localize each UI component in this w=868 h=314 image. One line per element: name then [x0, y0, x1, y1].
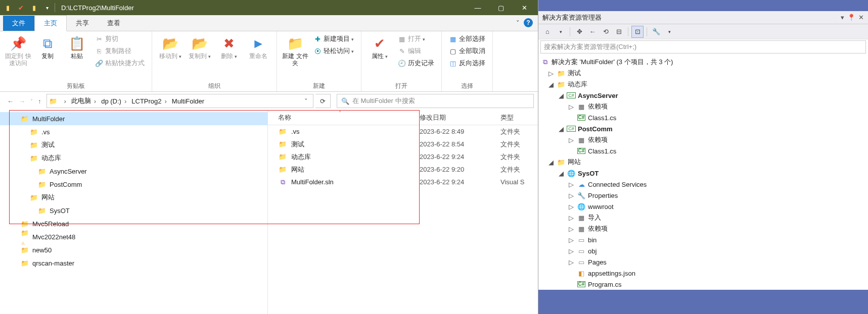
- crumb-arrow[interactable]: [60, 96, 68, 106]
- file-row[interactable]: 📁网站2023-6-22 9:20文件夹: [268, 163, 538, 176]
- pin-quickaccess-button[interactable]: 📌固定到 快速访问: [5, 33, 31, 67]
- vs-solution-root[interactable]: ⧉ 解决方案 'MultiFolder' (3 个项目，共 3 个): [538, 57, 868, 68]
- select-all-button[interactable]: ▦全部选择: [447, 33, 487, 44]
- vs-tree-node[interactable]: ◢C#PostComm: [538, 123, 868, 134]
- expand-toggle[interactable]: ◢: [558, 170, 565, 177]
- vs-tree-node[interactable]: ▷▦依赖项: [538, 134, 868, 145]
- history-button[interactable]: 🕘历史记录: [396, 58, 436, 69]
- col-type[interactable]: 类型: [500, 113, 538, 122]
- vs-tree-node[interactable]: ▷☁Connected Services: [538, 179, 868, 190]
- navigation-pane[interactable]: 📁MultiFolder📁.vs📁测试📁动态库📁AsyncServer📁Post…: [0, 110, 268, 314]
- cut-button[interactable]: ✂剪切: [93, 33, 147, 44]
- nav-back[interactable]: ←: [7, 97, 14, 105]
- maximize-button[interactable]: ▢: [489, 0, 513, 15]
- tree-item[interactable]: 📁SysOT: [0, 204, 267, 217]
- vs-tree-node[interactable]: ▷🔧Properties: [538, 190, 868, 201]
- address-bar[interactable]: 📁 此电脑 dp (D:) LCTProg2 MultiFolder ˅: [47, 94, 314, 108]
- vs-collapse-button[interactable]: ⊟: [613, 26, 625, 38]
- vs-dropdown-button[interactable]: ▾: [555, 26, 567, 38]
- file-row[interactable]: 📁.vs2023-6-22 8:49文件夹: [268, 125, 538, 138]
- vs-showall-button[interactable]: ⊡: [631, 26, 644, 38]
- file-row[interactable]: 📁测试2023-6-22 8:54文件夹: [268, 138, 538, 150]
- tree-item[interactable]: 📁.vs: [0, 125, 267, 138]
- vs-tree-node[interactable]: ▷🌐wwwroot: [538, 201, 868, 212]
- select-none-button[interactable]: ▢全部取消: [447, 45, 487, 57]
- vs-tree-node[interactable]: ◢C#AsyncServer: [538, 90, 868, 101]
- vs-more-button[interactable]: ▾: [663, 26, 675, 38]
- col-date[interactable]: 修改日期: [420, 113, 500, 122]
- new-folder-button[interactable]: 📁新建 文件夹: [282, 33, 308, 67]
- vs-sync-button[interactable]: ⟲: [600, 26, 612, 38]
- column-headers[interactable]: 名称˄ 修改日期 类型: [268, 110, 538, 125]
- tree-item[interactable]: 📁MultiFolder: [0, 112, 267, 125]
- expand-toggle[interactable]: ▷: [568, 181, 575, 188]
- vs-tree-node[interactable]: ▷▦依赖项: [538, 101, 868, 112]
- vs-solution-tree[interactable]: ⧉ 解决方案 'MultiFolder' (3 个项目，共 3 个) ▷📁测试◢…: [538, 55, 868, 290]
- vs-tree-node[interactable]: ·C#Class1.cs: [538, 112, 868, 123]
- help-button[interactable]: ?: [524, 18, 533, 27]
- file-row[interactable]: 📁动态库2023-6-22 9:24文件夹: [268, 150, 538, 163]
- open-button[interactable]: ▦打开: [396, 33, 436, 44]
- vs-tree-node[interactable]: ▷📁测试: [538, 68, 868, 79]
- expand-toggle[interactable]: ◢: [558, 125, 565, 133]
- tree-item[interactable]: 📁网站: [0, 191, 267, 204]
- expand-toggle[interactable]: ◢: [547, 159, 555, 166]
- tree-item[interactable]: 📁Mvc5Reload: [0, 217, 267, 230]
- crumb-folder2[interactable]: MultiFolder: [170, 96, 206, 106]
- tab-view[interactable]: 查看: [98, 16, 129, 31]
- tree-item[interactable]: 📁PostComm: [0, 178, 267, 191]
- delete-button[interactable]: ✖删除: [216, 33, 242, 60]
- vs-tree-node[interactable]: ▷▭bin: [538, 234, 868, 245]
- tab-home[interactable]: 主页: [34, 15, 67, 31]
- tree-item[interactable]: 📁Mvc2022net48: [0, 230, 267, 243]
- rename-button[interactable]: ►重命名: [245, 33, 271, 60]
- crumb-folder1[interactable]: LCTProg2: [129, 96, 169, 106]
- tree-item[interactable]: 📁测试: [0, 138, 267, 151]
- vs-tree-node[interactable]: ◢🌐SysOT: [538, 168, 868, 179]
- vs-tree-node[interactable]: ▷▦导入: [538, 212, 868, 223]
- expand-toggle[interactable]: ▷: [568, 258, 575, 266]
- vs-pin-icon[interactable]: 📍: [847, 14, 855, 21]
- nav-recent[interactable]: ˅: [30, 98, 33, 104]
- expand-toggle[interactable]: ▷: [568, 136, 575, 144]
- expand-toggle[interactable]: ▷: [568, 203, 575, 211]
- new-item-button[interactable]: ✚新建项目: [311, 33, 356, 44]
- qat-check-icon[interactable]: ✔: [15, 2, 26, 13]
- properties-button[interactable]: ✔属性: [367, 33, 393, 60]
- paste-button[interactable]: 📋粘贴: [64, 33, 90, 60]
- vs-tree-node[interactable]: ◢📁动态库: [538, 79, 868, 90]
- search-box[interactable]: 🔍 在 MultiFolder 中搜索: [337, 94, 534, 108]
- invert-select-button[interactable]: ◫反向选择: [447, 58, 487, 69]
- easy-access-button[interactable]: ⦿轻松访问: [311, 45, 356, 57]
- expand-toggle[interactable]: ▷: [568, 214, 575, 222]
- crumb-drive[interactable]: dp (D:): [99, 96, 128, 106]
- col-name[interactable]: 名称: [278, 114, 291, 121]
- qat-dropdown[interactable]: ▾: [41, 2, 53, 13]
- vs-tree-node[interactable]: ▷▭obj: [538, 245, 868, 256]
- expand-toggle[interactable]: ◢: [547, 81, 555, 88]
- file-row[interactable]: ⧉MultiFolder.sln2023-6-22 9:24Visual S: [268, 176, 538, 188]
- paste-shortcut-button[interactable]: 🔗粘贴快捷方式: [93, 58, 147, 69]
- vs-tree-node[interactable]: ◢📁网站: [538, 156, 868, 168]
- copy-button[interactable]: ⧉复制: [34, 33, 61, 60]
- vs-tree-node[interactable]: ·◧appsettings.json: [538, 268, 868, 279]
- vs-close-icon[interactable]: ✕: [858, 14, 864, 21]
- close-button[interactable]: ✕: [513, 0, 536, 15]
- tree-item[interactable]: 📁qrscan-master: [0, 256, 267, 270]
- vs-home-button[interactable]: ⌂: [541, 26, 554, 38]
- vs-search-box[interactable]: 搜索解决方案资源管理器(Ctrl+;): [540, 40, 866, 54]
- vs-tree-node[interactable]: ·C#Program.cs: [538, 279, 868, 290]
- expand-toggle[interactable]: ▷: [568, 236, 575, 244]
- vs-tree-node[interactable]: ▷▦依赖项: [538, 223, 868, 234]
- vs-dropdown-icon[interactable]: ▾: [841, 14, 844, 21]
- vs-properties-button[interactable]: 🔧: [650, 26, 662, 38]
- vs-tree-node[interactable]: ·C#Class1.cs: [538, 145, 868, 156]
- tab-share[interactable]: 共享: [67, 16, 98, 31]
- expand-toggle[interactable]: ▷: [568, 247, 575, 255]
- vs-tree-node[interactable]: ▷▭Pages: [538, 256, 868, 268]
- tree-item[interactable]: 📁AsyncServer: [0, 165, 267, 178]
- expand-toggle[interactable]: ▷: [568, 192, 575, 199]
- address-dropdown[interactable]: ˅: [301, 97, 311, 105]
- edit-button[interactable]: ✎编辑: [396, 45, 436, 57]
- qat-folder2-icon[interactable]: ▮: [28, 2, 39, 13]
